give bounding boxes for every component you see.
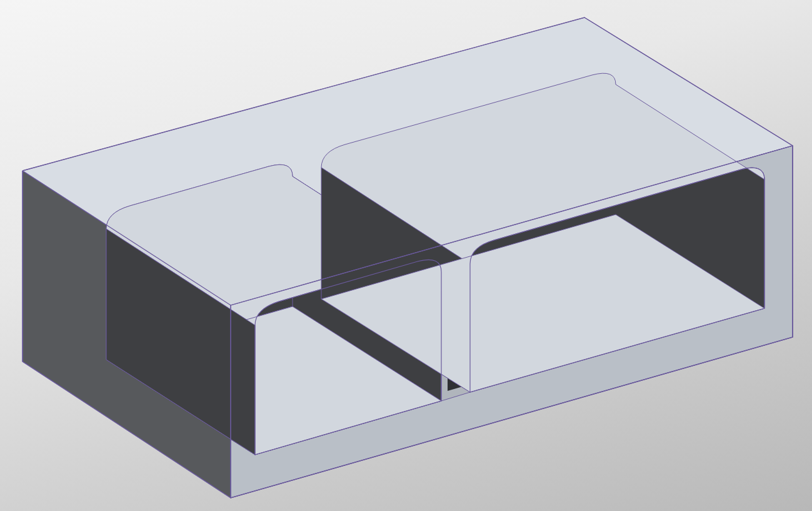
cad-viewport[interactable] <box>0 0 812 511</box>
model-render <box>0 0 812 511</box>
